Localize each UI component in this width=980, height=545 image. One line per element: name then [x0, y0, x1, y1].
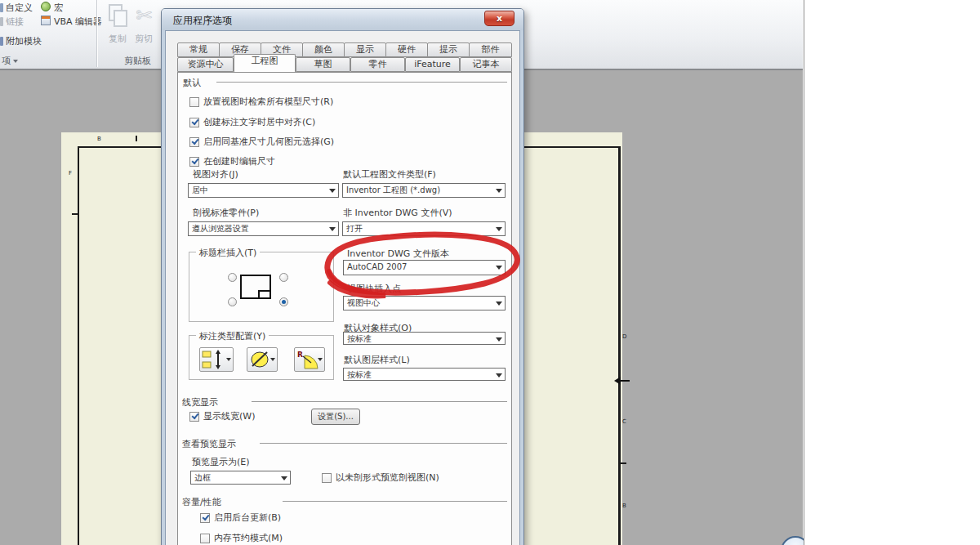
- sheet-center-arrow-tail: [621, 380, 630, 382]
- chevron-down-icon: [496, 227, 502, 231]
- zone-label-top: B: [97, 136, 101, 142]
- ribbon-group-clipboard: 剪贴板: [124, 55, 151, 67]
- non-inventor-dwg-label: 非 Inventor DWG 文件(V): [343, 207, 452, 219]
- view-justification-select[interactable]: 居中: [188, 183, 339, 198]
- ribbon-item-customize[interactable]: 自定义: [6, 2, 33, 13]
- ribbon-item-vba-editor[interactable]: VBA 编辑器: [54, 16, 102, 27]
- lineweight-settings-button[interactable]: 设置(S)...: [311, 409, 360, 425]
- section-standard-parts-select[interactable]: 遵从浏览器设置: [188, 221, 339, 236]
- checkbox-uncut-preview-label: 以未剖形式预览剖视图(N): [336, 473, 439, 483]
- zone-tick-top: [136, 136, 137, 141]
- ribbon-group-options-label: 项: [2, 56, 11, 66]
- titleblock-notch-graphic: [258, 290, 271, 299]
- chevron-down-icon: [496, 266, 502, 270]
- diameter-dimension-button[interactable]: [247, 347, 278, 372]
- checkbox-center-dimension-text[interactable]: [189, 118, 199, 127]
- application-options-dialog: 应用程序选项 x 常规 保存 文件 颜色 显示 硬件 提示 部件 资源中心 工程…: [161, 8, 524, 545]
- titleblock-radio-topleft[interactable]: [228, 273, 237, 282]
- chevron-down-icon: [496, 337, 502, 342]
- view-block-insertion-label: 视图块插入点: [347, 283, 401, 295]
- ribbon-separator: [96, 0, 97, 67]
- chevron-down-icon: [496, 373, 502, 377]
- close-button[interactable]: x: [484, 11, 514, 26]
- section-rule: [216, 82, 507, 83]
- zone-label-left: F: [69, 171, 72, 176]
- chevron-down-icon: [318, 358, 323, 361]
- section-lineweight-title: 线宽显示: [182, 396, 218, 409]
- default-object-style-select[interactable]: 按标准: [343, 332, 506, 345]
- checkbox-baseline-dimension[interactable]: [189, 137, 199, 147]
- drawing-tab-page: 默认 放置视图时检索所有模型尺寸(R) 创建标注文字时居中对齐(C) 启用同基准…: [177, 72, 512, 545]
- zone-label-right-bottom: B: [622, 503, 626, 509]
- linear-dimension-icon: [201, 349, 227, 370]
- titleblock-radio-bottomleft[interactable]: [228, 297, 237, 306]
- svg-text:R: R: [297, 351, 303, 359]
- checkbox-retrieve-dimensions[interactable]: [189, 97, 199, 107]
- view-justification-value: 居中: [192, 185, 208, 194]
- default-drawing-type-value: Inventor 工程图 (*.dwg): [346, 185, 440, 194]
- tab-prompts[interactable]: 提示: [427, 42, 470, 57]
- chevron-down-icon: [226, 358, 231, 361]
- tab-assembly[interactable]: 部件: [469, 42, 512, 57]
- title-block-insertion-label: 标题栏插入(T): [196, 247, 260, 259]
- chevron-down-icon: [496, 302, 502, 306]
- preview-as-select[interactable]: 边框: [190, 471, 291, 485]
- tab-notebook[interactable]: 记事本: [460, 57, 512, 72]
- addins-icon: [0, 37, 3, 46]
- non-inventor-dwg-select[interactable]: 打开: [342, 221, 506, 236]
- diameter-dimension-icon: [249, 349, 272, 370]
- ribbon-item-macro[interactable]: 宏: [54, 2, 63, 13]
- chevron-down-icon: [329, 227, 336, 231]
- sheet-frame-left: [78, 146, 79, 545]
- tab-part[interactable]: 零件: [350, 57, 405, 72]
- section-default-title: 默认: [183, 77, 201, 89]
- default-layer-style-select[interactable]: 按标准: [343, 368, 506, 381]
- preview-as-label: 预览显示为(E): [192, 456, 250, 468]
- dwg-version-select[interactable]: AutoCAD 2007: [343, 260, 506, 275]
- checkbox-edit-dimension-on-create[interactable]: [189, 157, 199, 167]
- desktop-background: [804, 0, 980, 545]
- sheet-frame-right: [618, 146, 621, 545]
- linear-dimension-button[interactable]: [199, 347, 234, 372]
- chevron-down-icon: [270, 358, 275, 361]
- zone-label-right-mid: C: [622, 419, 626, 425]
- tab-colors[interactable]: 颜色: [302, 42, 345, 57]
- tab-hardware[interactable]: 硬件: [385, 42, 428, 57]
- dialog-titlebar[interactable]: 应用程序选项 x: [162, 9, 523, 30]
- checkbox-memory-saving[interactable]: [200, 534, 210, 543]
- checkbox-uncut-preview[interactable]: [322, 473, 332, 483]
- checkbox-show-lineweight[interactable]: [189, 412, 199, 422]
- tab-ifeature[interactable]: iFeature: [405, 57, 460, 72]
- view-block-insertion-select[interactable]: 视图中心: [343, 296, 506, 310]
- radius-dimension-icon: R: [296, 349, 319, 370]
- tab-drawing[interactable]: 工程图: [234, 54, 296, 72]
- tab-display[interactable]: 显示: [344, 42, 386, 57]
- view-justification-label: 视图对齐(J): [193, 168, 238, 181]
- dialog-title: 应用程序选项: [173, 14, 232, 28]
- view-block-insertion-value: 视图中心: [347, 298, 380, 307]
- titleblock-radio-bottomright[interactable]: [279, 297, 288, 306]
- chevron-down-icon: [329, 189, 336, 193]
- chevron-down-icon: [496, 189, 502, 193]
- radius-dimension-button[interactable]: R: [294, 347, 325, 372]
- copy-icon: [107, 3, 128, 28]
- section-rule: [260, 443, 507, 444]
- ribbon-group-options[interactable]: 项: [2, 55, 18, 67]
- section-capacity-title: 容量/性能: [182, 496, 221, 508]
- macro-icon: [41, 2, 51, 11]
- tab-content-center[interactable]: 资源中心: [177, 57, 234, 72]
- titleblock-radio-topright[interactable]: [279, 273, 288, 282]
- default-drawing-type-select[interactable]: Inventor 工程图 (*.dwg): [342, 183, 506, 198]
- preview-as-value: 边框: [194, 473, 211, 482]
- checkbox-background-update-label: 启用后台更新(B): [214, 513, 281, 523]
- zone-tick-left: [72, 213, 78, 215]
- default-object-style-value: 按标准: [347, 334, 372, 343]
- checkbox-background-update[interactable]: [200, 513, 210, 523]
- section-standard-parts-label: 剖视标准零件(P): [193, 207, 259, 219]
- non-inventor-dwg-value: 打开: [346, 224, 363, 233]
- ribbon-item-addins[interactable]: 附加模块: [6, 36, 42, 47]
- section-rule: [283, 501, 507, 502]
- checkbox-edit-dimension-on-create-label: 在创建时编辑尺寸: [203, 157, 275, 167]
- tab-sketch[interactable]: 草图: [296, 57, 350, 72]
- tab-general[interactable]: 常规: [177, 42, 220, 57]
